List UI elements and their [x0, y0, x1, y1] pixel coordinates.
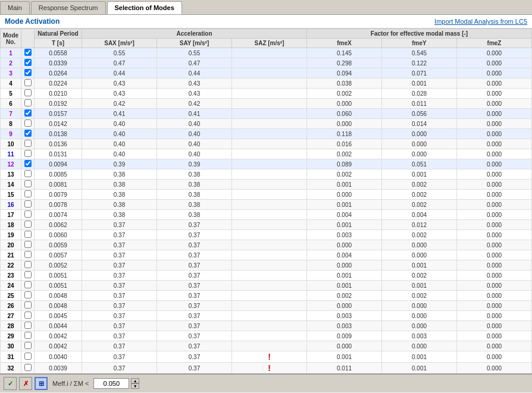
tab-main[interactable]: Main: [0, 1, 30, 14]
mode-checkbox-cell[interactable]: [21, 331, 35, 341]
mode-number: 21: [1, 250, 21, 260]
mode-checkbox[interactable]: [24, 150, 32, 157]
ok-button[interactable]: ✓: [4, 377, 17, 390]
spin-control: ▲ ▼: [131, 378, 139, 389]
fmez-value: 0.000: [457, 159, 532, 169]
threshold-input[interactable]: [93, 378, 129, 389]
mode-checkbox-cell[interactable]: [21, 190, 35, 200]
table-row: 220.00520.370.370.0000.0010.000: [1, 260, 532, 271]
mode-checkbox[interactable]: [24, 241, 32, 248]
mode-checkbox-cell[interactable]: [21, 351, 35, 363]
mode-checkbox-cell[interactable]: [21, 109, 35, 119]
tab-response-spectrum[interactable]: Response Spectrum: [31, 1, 106, 14]
mode-checkbox[interactable]: [24, 79, 32, 86]
fmex-value: 0.016: [307, 139, 382, 149]
fmey-value: 0.002: [382, 200, 457, 210]
fmez-value: 0.000: [457, 230, 532, 240]
mode-checkbox[interactable]: [24, 59, 32, 66]
mode-checkbox-cell[interactable]: [21, 281, 35, 291]
mode-checkbox-cell[interactable]: [21, 149, 35, 159]
mode-checkbox-cell[interactable]: [21, 250, 35, 260]
mode-checkbox-cell[interactable]: [21, 341, 35, 351]
mode-checkbox-cell[interactable]: [21, 301, 35, 311]
mode-checkbox-cell[interactable]: [21, 48, 35, 58]
filter-button[interactable]: ⊞: [35, 377, 48, 390]
mode-checkbox-cell[interactable]: [21, 99, 35, 109]
fmey-value: 0.011: [382, 99, 457, 109]
fmey-value: 0.001: [382, 351, 457, 363]
mode-checkbox-cell[interactable]: [21, 68, 35, 78]
mode-checkbox-cell[interactable]: [21, 58, 35, 68]
mode-checkbox[interactable]: [24, 291, 32, 298]
mode-checkbox-cell[interactable]: [21, 240, 35, 250]
mode-checkbox[interactable]: [24, 322, 32, 329]
mode-checkbox-cell[interactable]: [21, 129, 35, 139]
mode-checkbox-cell[interactable]: [21, 78, 35, 89]
mode-checkbox[interactable]: [24, 271, 32, 278]
mode-checkbox-cell[interactable]: [21, 291, 35, 301]
mode-checkbox-cell[interactable]: [21, 159, 35, 169]
mode-checkbox[interactable]: [24, 130, 32, 137]
mode-checkbox[interactable]: [24, 140, 32, 147]
mode-checkbox[interactable]: [24, 221, 32, 228]
mode-checkbox[interactable]: [24, 332, 32, 339]
mode-checkbox-cell[interactable]: [21, 260, 35, 271]
mode-number: 24: [1, 281, 21, 291]
mode-checkbox[interactable]: [24, 261, 32, 268]
natural-period-value: 0.0040: [35, 351, 82, 363]
mode-checkbox[interactable]: [24, 281, 32, 288]
mode-checkbox[interactable]: [24, 342, 32, 349]
mode-checkbox-cell[interactable]: [21, 321, 35, 331]
fmey-value: 0.000: [382, 341, 457, 351]
mode-checkbox[interactable]: [24, 312, 32, 319]
import-link[interactable]: Import Modal Analysis from LC5: [434, 18, 527, 25]
mode-checkbox[interactable]: [24, 200, 32, 207]
spin-up-button[interactable]: ▲: [131, 378, 139, 383]
mode-checkbox[interactable]: [24, 49, 32, 56]
mode-checkbox-cell[interactable]: [21, 363, 35, 374]
tab-bar: Main Response Spectrum Selection of Mode…: [0, 0, 532, 15]
mode-checkbox-cell[interactable]: [21, 89, 35, 99]
mode-checkbox[interactable]: [24, 120, 32, 127]
mode-checkbox[interactable]: [24, 170, 32, 177]
sax-value: 0.55: [82, 48, 157, 58]
mode-checkbox-cell[interactable]: [21, 230, 35, 240]
mode-checkbox[interactable]: [24, 210, 32, 218]
mode-checkbox[interactable]: [24, 89, 32, 96]
fmez-value: 0.000: [457, 301, 532, 311]
tab-selection-of-modes[interactable]: Selection of Modes: [107, 1, 182, 14]
mode-checkbox[interactable]: [24, 69, 32, 76]
mode-checkbox[interactable]: [24, 364, 32, 371]
mode-checkbox[interactable]: [24, 160, 32, 167]
say-value: 0.40: [157, 149, 232, 159]
mode-checkbox[interactable]: [24, 353, 32, 360]
mode-checkbox-cell[interactable]: [21, 311, 35, 321]
saz-value: [232, 331, 307, 341]
mode-checkbox-cell[interactable]: [21, 180, 35, 190]
mode-checkbox[interactable]: [24, 109, 32, 117]
spin-down-button[interactable]: ▼: [131, 383, 139, 389]
mode-checkbox[interactable]: [24, 99, 32, 106]
fmex-value: 0.000: [307, 301, 382, 311]
cancel-button[interactable]: ✗: [19, 377, 32, 390]
mode-checkbox-cell[interactable]: [21, 139, 35, 149]
fmez-value: 0.000: [457, 200, 532, 210]
mode-checkbox[interactable]: [24, 190, 32, 197]
mode-checkbox-cell[interactable]: [21, 210, 35, 220]
mode-checkbox-cell[interactable]: [21, 119, 35, 129]
mode-checkbox[interactable]: [24, 180, 32, 187]
mode-checkbox-cell[interactable]: [21, 200, 35, 210]
mode-checkbox[interactable]: [24, 301, 32, 309]
natural-period-value: 0.0094: [35, 159, 82, 169]
col-header-acceleration: Acceleration: [82, 29, 307, 39]
mode-checkbox-cell[interactable]: [21, 169, 35, 180]
mode-checkbox-cell[interactable]: [21, 271, 35, 281]
section-title: Mode Activation: [5, 17, 60, 26]
say-value: 0.43: [157, 78, 232, 89]
fmey-value: 0.056: [382, 109, 457, 119]
mode-checkbox-cell[interactable]: [21, 220, 35, 230]
mode-checkbox[interactable]: [24, 251, 32, 258]
natural-period-value: 0.0136: [35, 139, 82, 149]
mode-checkbox[interactable]: [24, 231, 32, 238]
mode-number: 1: [1, 48, 21, 58]
